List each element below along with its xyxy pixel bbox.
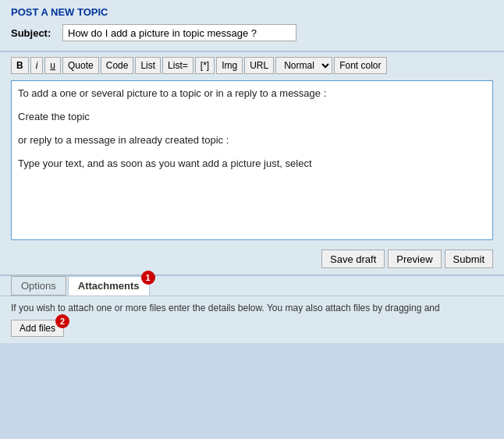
add-files-label: Add files [20,323,55,334]
img-button[interactable]: Img [216,57,243,74]
subject-input[interactable] [62,24,296,41]
normal-select[interactable]: Normal [275,57,332,74]
add-files-badge: 2 [55,314,69,328]
action-bar: Save draft Preview Submit [0,243,504,274]
subject-label: Subject: [11,27,58,39]
tab-options-label: Options [21,280,56,292]
underline-button[interactable]: u [44,57,61,74]
editor-textarea[interactable]: To add a one or several picture to a top… [12,81,492,237]
tab-options[interactable]: Options [11,276,66,296]
quote-button[interactable]: Quote [62,57,99,74]
editor-area: To add a one or several picture to a top… [11,80,493,240]
attachments-badge: 1 [141,271,155,285]
url-button[interactable]: URL [244,57,274,74]
submit-button[interactable]: Submit [445,250,493,268]
add-files-button[interactable]: Add files 2 [11,320,64,337]
tab-attachments[interactable]: Attachments 1 [68,276,150,296]
subject-row: Subject: [11,24,493,41]
star-button[interactable]: [*] [195,57,215,74]
list-equal-button[interactable]: List= [162,57,193,74]
toolbar: B i u Quote Code List List= [*] Img URL … [0,51,504,77]
bold-button[interactable]: B [11,57,29,74]
attachments-section: If you wish to attach one or more files … [0,296,504,343]
post-header: POST A NEW TOPIC Subject: [0,0,504,51]
tabs-row: Options Attachments 1 [0,275,504,296]
tab-attachments-label: Attachments [78,280,140,292]
post-header-title: POST A NEW TOPIC [11,6,493,18]
code-button[interactable]: Code [101,57,134,74]
italic-button[interactable]: i [30,57,44,74]
save-draft-button[interactable]: Save draft [321,250,385,268]
list-button[interactable]: List [135,57,161,74]
preview-button[interactable]: Preview [388,250,441,268]
font-color-button[interactable]: Font color [334,57,386,74]
attachments-info: If you wish to attach one or more files … [11,303,493,313]
page-wrapper: POST A NEW TOPIC Subject: B i u Quote Co… [0,0,504,343]
